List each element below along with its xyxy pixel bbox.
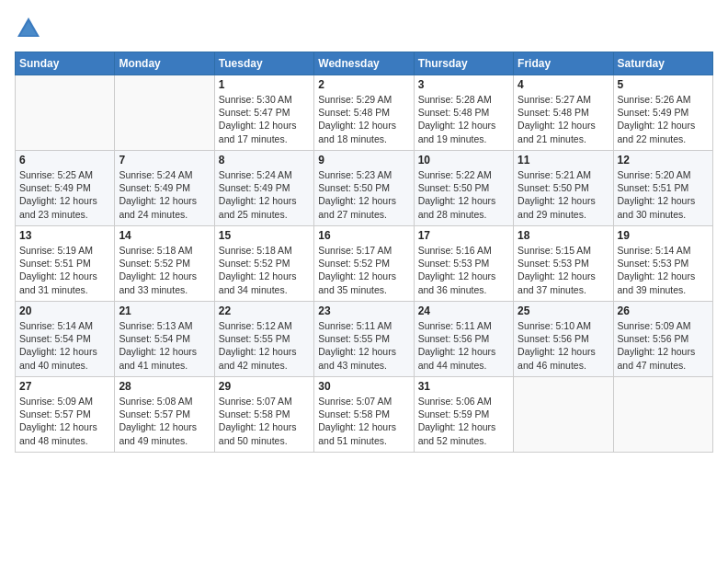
- calendar-cell: 28Sunrise: 5:08 AM Sunset: 5:57 PM Dayli…: [115, 377, 214, 453]
- calendar-cell: [115, 75, 214, 151]
- day-info: Sunrise: 5:24 AM Sunset: 5:49 PM Dayligh…: [219, 168, 310, 221]
- day-number: 6: [19, 154, 110, 167]
- day-info: Sunrise: 5:08 AM Sunset: 5:57 PM Dayligh…: [119, 395, 210, 447]
- logo: [15, 15, 46, 42]
- day-info: Sunrise: 5:15 AM Sunset: 5:53 PM Dayligh…: [518, 244, 609, 296]
- calendar-cell: 2Sunrise: 5:29 AM Sunset: 5:48 PM Daylig…: [314, 75, 414, 151]
- calendar-week-1: 1Sunrise: 5:30 AM Sunset: 5:47 PM Daylig…: [16, 75, 713, 151]
- day-info: Sunrise: 5:09 AM Sunset: 5:56 PM Dayligh…: [618, 319, 709, 372]
- calendar-week-5: 27Sunrise: 5:09 AM Sunset: 5:57 PM Dayli…: [16, 377, 713, 453]
- calendar-cell: 12Sunrise: 5:20 AM Sunset: 5:51 PM Dayli…: [613, 151, 712, 226]
- calendar-header-tuesday: Tuesday: [214, 52, 313, 75]
- calendar-cell: 23Sunrise: 5:11 AM Sunset: 5:55 PM Dayli…: [314, 302, 414, 377]
- calendar-cell: 9Sunrise: 5:23 AM Sunset: 5:50 PM Daylig…: [314, 151, 414, 226]
- calendar-header-saturday: Saturday: [613, 52, 712, 75]
- calendar-cell: 19Sunrise: 5:14 AM Sunset: 5:53 PM Dayli…: [613, 226, 712, 302]
- calendar-table: SundayMondayTuesdayWednesdayThursdayFrid…: [15, 52, 713, 453]
- calendar-header-monday: Monday: [115, 52, 214, 75]
- day-info: Sunrise: 5:20 AM Sunset: 5:51 PM Dayligh…: [618, 168, 709, 221]
- day-number: 19: [618, 229, 709, 242]
- day-info: Sunrise: 5:26 AM Sunset: 5:49 PM Dayligh…: [618, 93, 709, 145]
- calendar-cell: 4Sunrise: 5:27 AM Sunset: 5:48 PM Daylig…: [514, 75, 613, 151]
- calendar-cell: 11Sunrise: 5:21 AM Sunset: 5:50 PM Dayli…: [514, 151, 613, 226]
- day-number: 24: [418, 304, 509, 317]
- day-info: Sunrise: 5:23 AM Sunset: 5:50 PM Dayligh…: [318, 168, 409, 221]
- day-info: Sunrise: 5:07 AM Sunset: 5:58 PM Dayligh…: [219, 395, 310, 447]
- calendar-cell: 24Sunrise: 5:11 AM Sunset: 5:56 PM Dayli…: [414, 302, 513, 377]
- calendar-cell: 25Sunrise: 5:10 AM Sunset: 5:56 PM Dayli…: [514, 302, 613, 377]
- day-info: Sunrise: 5:22 AM Sunset: 5:50 PM Dayligh…: [418, 168, 509, 221]
- calendar-cell: [514, 377, 613, 453]
- day-number: 16: [318, 229, 409, 242]
- calendar-week-3: 13Sunrise: 5:19 AM Sunset: 5:51 PM Dayli…: [16, 226, 713, 302]
- calendar-cell: 21Sunrise: 5:13 AM Sunset: 5:54 PM Dayli…: [115, 302, 214, 377]
- calendar-cell: 17Sunrise: 5:16 AM Sunset: 5:53 PM Dayli…: [414, 226, 513, 302]
- day-number: 1: [219, 78, 310, 91]
- day-number: 31: [418, 380, 509, 393]
- calendar-cell: 18Sunrise: 5:15 AM Sunset: 5:53 PM Dayli…: [514, 226, 613, 302]
- day-number: 27: [19, 380, 110, 393]
- calendar-cell: 22Sunrise: 5:12 AM Sunset: 5:55 PM Dayli…: [214, 302, 313, 377]
- day-number: 15: [219, 229, 310, 242]
- day-number: 21: [119, 304, 210, 317]
- day-number: 17: [418, 229, 509, 242]
- day-info: Sunrise: 5:13 AM Sunset: 5:54 PM Dayligh…: [119, 319, 210, 372]
- day-number: 2: [318, 78, 409, 91]
- day-info: Sunrise: 5:09 AM Sunset: 5:57 PM Dayligh…: [19, 395, 110, 447]
- day-info: Sunrise: 5:21 AM Sunset: 5:50 PM Dayligh…: [518, 168, 609, 221]
- day-info: Sunrise: 5:10 AM Sunset: 5:56 PM Dayligh…: [518, 319, 609, 372]
- day-info: Sunrise: 5:24 AM Sunset: 5:49 PM Dayligh…: [119, 168, 210, 221]
- calendar-week-2: 6Sunrise: 5:25 AM Sunset: 5:49 PM Daylig…: [16, 151, 713, 226]
- day-info: Sunrise: 5:28 AM Sunset: 5:48 PM Dayligh…: [418, 93, 509, 145]
- calendar-cell: 5Sunrise: 5:26 AM Sunset: 5:49 PM Daylig…: [613, 75, 712, 151]
- day-number: 28: [119, 380, 210, 393]
- day-info: Sunrise: 5:27 AM Sunset: 5:48 PM Dayligh…: [518, 93, 609, 145]
- day-info: Sunrise: 5:11 AM Sunset: 5:55 PM Dayligh…: [318, 319, 409, 372]
- calendar-cell: 15Sunrise: 5:18 AM Sunset: 5:52 PM Dayli…: [214, 226, 313, 302]
- calendar-cell: 1Sunrise: 5:30 AM Sunset: 5:47 PM Daylig…: [214, 75, 313, 151]
- day-number: 3: [418, 78, 509, 91]
- day-number: 26: [618, 304, 709, 317]
- calendar-cell: 26Sunrise: 5:09 AM Sunset: 5:56 PM Dayli…: [613, 302, 712, 377]
- day-number: 5: [618, 78, 709, 91]
- day-info: Sunrise: 5:11 AM Sunset: 5:56 PM Dayligh…: [418, 319, 509, 372]
- day-info: Sunrise: 5:18 AM Sunset: 5:52 PM Dayligh…: [119, 244, 210, 296]
- day-info: Sunrise: 5:14 AM Sunset: 5:54 PM Dayligh…: [19, 319, 110, 372]
- logo-icon: [15, 15, 42, 42]
- calendar-cell: 16Sunrise: 5:17 AM Sunset: 5:52 PM Dayli…: [314, 226, 414, 302]
- day-number: 13: [19, 229, 110, 242]
- calendar-cell: 3Sunrise: 5:28 AM Sunset: 5:48 PM Daylig…: [414, 75, 513, 151]
- calendar-cell: 8Sunrise: 5:24 AM Sunset: 5:49 PM Daylig…: [214, 151, 313, 226]
- day-number: 10: [418, 154, 509, 167]
- calendar-header-row: SundayMondayTuesdayWednesdayThursdayFrid…: [16, 52, 713, 75]
- page: SundayMondayTuesdayWednesdayThursdayFrid…: [0, 0, 728, 462]
- day-info: Sunrise: 5:29 AM Sunset: 5:48 PM Dayligh…: [318, 93, 409, 145]
- day-number: 23: [318, 304, 409, 317]
- calendar-cell: 20Sunrise: 5:14 AM Sunset: 5:54 PM Dayli…: [16, 302, 115, 377]
- day-number: 4: [518, 78, 609, 91]
- day-info: Sunrise: 5:18 AM Sunset: 5:52 PM Dayligh…: [219, 244, 310, 296]
- day-info: Sunrise: 5:17 AM Sunset: 5:52 PM Dayligh…: [318, 244, 409, 296]
- day-number: 29: [219, 380, 310, 393]
- day-number: 11: [518, 154, 609, 167]
- calendar-cell: 14Sunrise: 5:18 AM Sunset: 5:52 PM Dayli…: [115, 226, 214, 302]
- day-info: Sunrise: 5:14 AM Sunset: 5:53 PM Dayligh…: [618, 244, 709, 296]
- day-number: 7: [119, 154, 210, 167]
- calendar-cell: 30Sunrise: 5:07 AM Sunset: 5:58 PM Dayli…: [314, 377, 414, 453]
- day-number: 14: [119, 229, 210, 242]
- calendar-cell: [613, 377, 712, 453]
- calendar-cell: [16, 75, 115, 151]
- day-number: 18: [518, 229, 609, 242]
- calendar-week-4: 20Sunrise: 5:14 AM Sunset: 5:54 PM Dayli…: [16, 302, 713, 377]
- day-info: Sunrise: 5:19 AM Sunset: 5:51 PM Dayligh…: [19, 244, 110, 296]
- calendar-cell: 10Sunrise: 5:22 AM Sunset: 5:50 PM Dayli…: [414, 151, 513, 226]
- day-info: Sunrise: 5:07 AM Sunset: 5:58 PM Dayligh…: [318, 395, 409, 447]
- day-info: Sunrise: 5:30 AM Sunset: 5:47 PM Dayligh…: [219, 93, 310, 145]
- calendar-header-wednesday: Wednesday: [314, 52, 414, 75]
- day-number: 8: [219, 154, 310, 167]
- day-number: 20: [19, 304, 110, 317]
- day-number: 12: [618, 154, 709, 167]
- day-number: 9: [318, 154, 409, 167]
- day-number: 25: [518, 304, 609, 317]
- day-info: Sunrise: 5:16 AM Sunset: 5:53 PM Dayligh…: [418, 244, 509, 296]
